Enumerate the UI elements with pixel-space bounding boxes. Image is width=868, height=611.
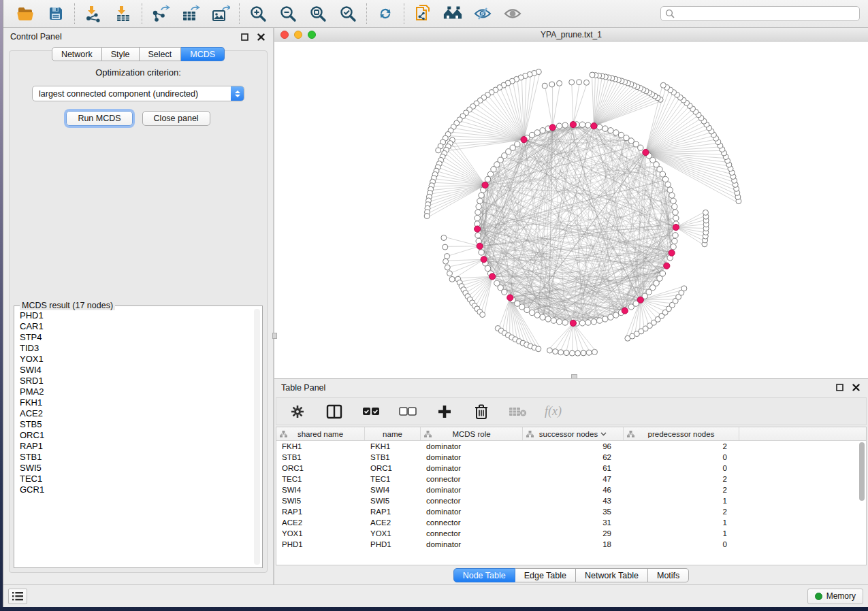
mcds-result-item[interactable]: SWI4 <box>18 365 253 376</box>
network-node[interactable] <box>556 123 562 129</box>
mcds-hub-node[interactable] <box>637 297 643 303</box>
network-edge[interactable] <box>572 85 573 125</box>
network-edge[interactable] <box>573 323 594 349</box>
home-icon[interactable] <box>443 3 463 24</box>
network-node[interactable] <box>590 72 595 78</box>
task-list-icon[interactable] <box>8 589 27 604</box>
mcds-result-item[interactable]: STB5 <box>18 419 253 430</box>
network-edge[interactable] <box>455 142 485 185</box>
mcds-result-item[interactable]: GCR1 <box>18 484 253 495</box>
network-node[interactable] <box>579 320 585 326</box>
network-node[interactable] <box>529 310 534 315</box>
tab-node-table[interactable]: Node Table <box>453 568 515 582</box>
network-node[interactable] <box>673 233 678 238</box>
mcds-hub-node[interactable] <box>673 225 679 231</box>
mcds-hub-node[interactable] <box>477 243 483 249</box>
mcds-result-item[interactable]: TID3 <box>18 343 253 354</box>
network-edge[interactable] <box>645 100 678 153</box>
result-list-scrollbar[interactable] <box>254 309 260 565</box>
network-node[interactable] <box>534 312 540 318</box>
network-edge[interactable] <box>573 85 579 125</box>
mcds-result-item[interactable]: YOX1 <box>18 354 253 365</box>
network-edge[interactable] <box>561 323 573 350</box>
network-node[interactable] <box>557 80 562 86</box>
network-node[interactable] <box>485 265 490 271</box>
float-panel-icon[interactable] <box>239 31 250 42</box>
network-node[interactable] <box>569 350 575 356</box>
network-edge[interactable] <box>445 139 524 144</box>
network-node[interactable] <box>673 210 678 215</box>
network-node[interactable] <box>602 126 608 131</box>
network-node[interactable] <box>536 346 541 352</box>
network-node[interactable] <box>585 122 591 128</box>
network-edge[interactable] <box>625 246 671 311</box>
mcds-hub-node[interactable] <box>475 226 481 232</box>
network-edge[interactable] <box>645 95 672 152</box>
network-node[interactable] <box>441 235 447 241</box>
network-node[interactable] <box>475 215 480 220</box>
network-node[interactable] <box>671 244 676 250</box>
network-node[interactable] <box>547 348 553 353</box>
network-node[interactable] <box>487 171 493 177</box>
network-node[interactable] <box>480 312 485 318</box>
network-window-titlebar[interactable]: YPA_prune.txt_1 <box>274 28 868 42</box>
close-panel-button[interactable]: Close panel <box>142 111 210 126</box>
zoom-selected-icon[interactable] <box>338 3 358 24</box>
export-network-icon[interactable] <box>150 3 171 24</box>
table-row[interactable]: RAP1RAP1dominator352 <box>276 506 866 517</box>
mcds-result-item[interactable]: PHD1 <box>18 310 253 321</box>
mcds-hub-node[interactable] <box>570 320 576 326</box>
mcds-hub-node[interactable] <box>507 295 513 301</box>
mcds-result-item[interactable]: ACE2 <box>18 408 253 419</box>
network-edge[interactable] <box>556 323 573 349</box>
network-edge[interactable] <box>444 161 485 185</box>
canvas-split-handle[interactable] <box>571 374 577 378</box>
network-node[interactable] <box>569 80 575 85</box>
table-row[interactable]: PHD1PHD1dominator180 <box>276 539 866 550</box>
mcds-hub-node[interactable] <box>643 149 649 155</box>
network-node[interactable] <box>577 80 582 85</box>
import-network-icon[interactable] <box>83 3 103 24</box>
network-node[interactable] <box>529 132 534 137</box>
deselect-all-icon[interactable] <box>398 401 418 422</box>
eye-icon[interactable] <box>502 3 523 24</box>
tab-edge-table[interactable]: Edge Table <box>515 568 576 582</box>
network-edge[interactable] <box>432 185 485 197</box>
network-node[interactable] <box>443 244 448 250</box>
network-edge[interactable] <box>641 300 656 317</box>
network-node[interactable] <box>534 130 540 135</box>
network-edge[interactable] <box>451 148 485 185</box>
save-session-icon[interactable] <box>46 3 66 24</box>
mcds-hub-node[interactable] <box>591 123 597 129</box>
export-table-icon[interactable] <box>180 3 201 24</box>
network-node[interactable] <box>553 349 558 354</box>
table-row[interactable]: FKH1FKH1dominator962 <box>276 441 866 452</box>
mcds-result-item[interactable]: STB1 <box>18 452 253 463</box>
tab-network[interactable]: Network <box>52 47 102 61</box>
add-column-icon[interactable] <box>434 401 455 422</box>
select-all-checked-icon[interactable] <box>361 401 381 422</box>
network-node[interactable] <box>673 215 679 220</box>
network-edge[interactable] <box>448 246 480 247</box>
tab-motifs[interactable]: Motifs <box>648 568 689 582</box>
network-node[interactable] <box>608 314 613 320</box>
network-node[interactable] <box>443 259 449 264</box>
network-node[interactable] <box>445 265 450 270</box>
table-row[interactable]: STB1STB1dominator620 <box>276 452 866 463</box>
network-edge[interactable] <box>676 220 703 227</box>
network-node[interactable] <box>479 250 484 255</box>
network-edge[interactable] <box>455 259 484 278</box>
network-edge[interactable] <box>676 227 703 236</box>
mcds-result-item[interactable]: TEC1 <box>18 474 253 484</box>
network-node[interactable] <box>542 83 547 88</box>
network-edge[interactable] <box>452 259 483 272</box>
network-node[interactable] <box>665 182 671 187</box>
network-node[interactable] <box>549 82 555 87</box>
network-node[interactable] <box>545 316 551 322</box>
network-node[interactable] <box>584 80 590 85</box>
network-node[interactable] <box>602 316 608 322</box>
network-node[interactable] <box>618 132 624 137</box>
mcds-hub-node[interactable] <box>622 308 628 314</box>
network-node[interactable] <box>475 233 481 238</box>
network-node[interactable] <box>660 271 665 276</box>
